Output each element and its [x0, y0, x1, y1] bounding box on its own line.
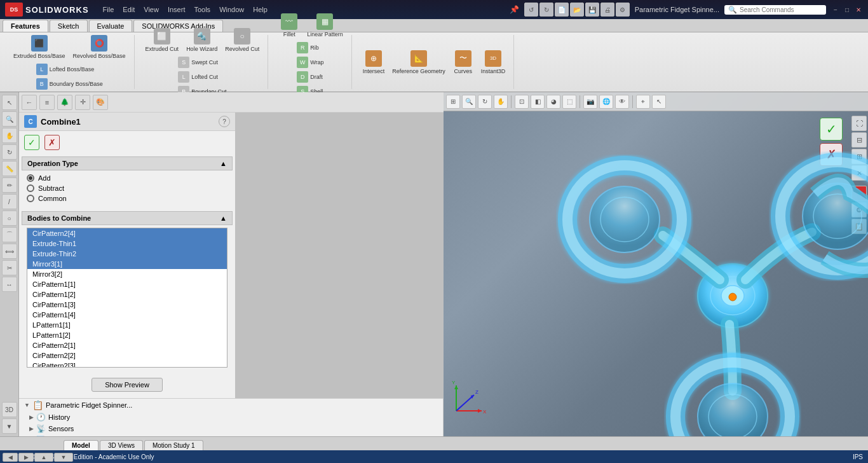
tree-item[interactable]: ▶📝Annotations	[19, 434, 443, 436]
body-list-item[interactable]: CirPattern2[1]	[27, 340, 227, 350]
menu-edit[interactable]: Edit	[119, 4, 139, 15]
menu-help[interactable]: Help	[249, 4, 271, 15]
vp-view-orient[interactable]: 📷	[583, 95, 597, 109]
menu-view[interactable]: View	[140, 4, 163, 15]
panel-back-button[interactable]: ←	[22, 95, 37, 110]
pin-icon[interactable]: 📌	[510, 5, 519, 14]
show-preview-button[interactable]: Show Preview	[92, 378, 163, 392]
panel-tree-button[interactable]: 🌲	[57, 95, 72, 110]
vp-select[interactable]: ↖	[652, 95, 666, 109]
arc-button[interactable]: ⌒	[2, 227, 17, 242]
vp-realview[interactable]: 👁	[615, 95, 629, 109]
body-list-item[interactable]: CirPattern1[1]	[27, 279, 227, 289]
nav-down-button[interactable]: ▼	[54, 453, 73, 462]
revolved-boss-base-button[interactable]: ⭕ Revolved Boss/Base	[70, 33, 129, 61]
body-list-item[interactable]: Extrude-Thin2	[27, 249, 227, 259]
hole-wizard-button[interactable]: 🔩 Hole Wizard	[183, 26, 220, 54]
redo-button[interactable]: ↻	[539, 3, 553, 17]
linear-pattern-button[interactable]: ▦ Linear Pattern	[304, 11, 346, 39]
menu-tools[interactable]: Tools	[190, 4, 214, 15]
vp-section-view[interactable]: ⊡	[515, 95, 529, 109]
tab-model[interactable]: Model	[64, 440, 98, 450]
pan-button[interactable]: ✋	[2, 128, 17, 143]
tab-3d-views[interactable]: 3D Views	[100, 440, 143, 450]
body-list-item[interactable]: CirPattern1[4]	[27, 310, 227, 320]
vp-shaded[interactable]: ◕	[546, 95, 560, 109]
print-button[interactable]: 🖨	[600, 3, 614, 17]
swept-cut-button[interactable]: S Swept Cut	[175, 55, 229, 69]
dimension-button[interactable]: ⟺	[2, 244, 17, 259]
vp-triad[interactable]: ⌖	[636, 95, 650, 109]
trim-button[interactable]: ✂	[2, 260, 17, 275]
body-list-item[interactable]: CirPattern2[4]	[27, 228, 227, 238]
nav-right-button[interactable]: ▶	[18, 453, 34, 462]
menu-file[interactable]: File	[99, 4, 118, 15]
tree-root[interactable]: ▼ 📋 Parametric Fidget Spinner...	[19, 399, 443, 411]
line-button[interactable]: /	[2, 194, 17, 209]
vp-zoom-fit[interactable]: ⊞	[446, 95, 460, 109]
panel-list-button[interactable]: ≡	[39, 95, 55, 110]
menu-window[interactable]: Window	[215, 4, 248, 15]
radio-subtract[interactable]: Subtract	[27, 184, 227, 192]
extruded-cut-button[interactable]: ⬜ Extruded Cut	[142, 26, 182, 54]
search-input[interactable]	[740, 6, 816, 13]
curves-button[interactable]: 〜 Curves	[450, 48, 477, 76]
cancel-button[interactable]: ✗	[44, 135, 60, 150]
bodies-section[interactable]: Bodies to Combine ▲	[22, 211, 233, 225]
new-button[interactable]: 📄	[555, 3, 569, 17]
menu-insert[interactable]: Insert	[164, 4, 189, 15]
vp-display-style[interactable]: ◧	[531, 95, 545, 109]
body-list-item[interactable]: LPattern1[2]	[27, 330, 227, 340]
sketch-tool-button[interactable]: ✏	[2, 177, 17, 193]
vp-zoom-in[interactable]: 🔍	[462, 95, 476, 109]
tab-sketch[interactable]: Sketch	[50, 20, 88, 32]
open-button[interactable]: 📂	[570, 3, 584, 17]
minimize-button[interactable]: −	[831, 5, 840, 14]
nav-left-button[interactable]: ◀	[3, 453, 18, 462]
operation-type-section[interactable]: Operation Type ▲	[22, 156, 233, 170]
radio-add[interactable]: Add	[27, 174, 227, 182]
help-button[interactable]: ?	[219, 116, 230, 127]
save-button[interactable]: 💾	[585, 3, 599, 17]
close-button[interactable]: ✕	[854, 5, 863, 14]
tab-evaluate[interactable]: Evaluate	[89, 20, 133, 32]
body-list-item[interactable]: Mirror3[1]	[27, 259, 227, 269]
vp-scene[interactable]: 🌐	[599, 95, 613, 109]
panel-color-button[interactable]: 🎨	[93, 95, 108, 110]
zoom-button[interactable]: 🔍	[2, 111, 17, 127]
reference-geometry-button[interactable]: 📐 Reference Geometry	[389, 48, 449, 76]
boundary-boss-base-button[interactable]: B Boundary Boss/Base	[34, 77, 105, 91]
rotate-button[interactable]: ↻	[2, 144, 17, 160]
tab-motion-study[interactable]: Motion Study 1	[144, 440, 203, 450]
body-list-item[interactable]: LPattern1[1]	[27, 320, 227, 330]
circle-button[interactable]: ○	[2, 211, 17, 226]
nav-up-button[interactable]: ▲	[34, 453, 53, 462]
measure-button[interactable]: 📏	[2, 161, 17, 176]
body-list-item[interactable]: Extrude-Thin1	[27, 238, 227, 249]
tab-features[interactable]: Features	[3, 20, 48, 32]
vp-edges[interactable]: ⬚	[562, 95, 576, 109]
tree-item[interactable]: ▶📡Sensors	[19, 423, 443, 434]
3d-view-button[interactable]: 3D	[2, 402, 17, 417]
tree-item[interactable]: ▶🕐History	[19, 411, 443, 423]
lofted-boss-base-button[interactable]: L Lofted Boss/Base	[34, 62, 105, 76]
wrap-button[interactable]: W Wrap	[294, 55, 328, 69]
panel-move-button[interactable]: ✛	[75, 95, 90, 110]
radio-common[interactable]: Common	[27, 195, 227, 202]
vp-pan[interactable]: ✋	[494, 95, 508, 109]
body-list-item[interactable]: CirPattern1[2]	[27, 289, 227, 300]
instant3d-button[interactable]: 3D Instant3D	[478, 48, 509, 76]
maximize-button[interactable]: □	[843, 5, 851, 14]
down-arrow-button[interactable]: ▼	[2, 418, 17, 434]
rib-button[interactable]: R Rib	[294, 41, 328, 55]
body-list-item[interactable]: CirPattern1[3]	[27, 300, 227, 310]
body-list-item[interactable]: Mirror3[2]	[27, 269, 227, 279]
select-button[interactable]: ↖	[2, 95, 17, 110]
undo-button[interactable]: ↺	[524, 3, 538, 17]
body-list-item[interactable]: CirPattern2[2]	[27, 350, 227, 361]
body-list-item[interactable]: CirPattern2[3]	[27, 361, 227, 368]
relation-button[interactable]: ↔	[2, 277, 17, 292]
viewport[interactable]: ⊞ 🔍 ↻ ✋ ⊡ ◧ ◕ ⬚ 📷 🌐 👁 ⌖ ↖ ✓ ✗ ⛶ ⊟ ⊞	[444, 92, 868, 436]
settings-button[interactable]: ⚙	[616, 3, 630, 17]
lofted-cut-button[interactable]: L Lofted Cut	[175, 70, 229, 84]
